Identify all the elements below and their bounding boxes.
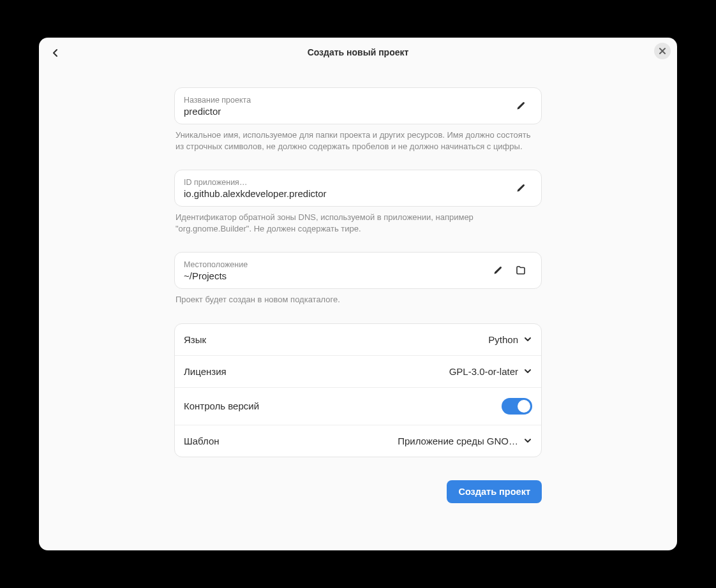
vcs-label: Контроль версий bbox=[184, 401, 502, 411]
close-icon bbox=[659, 47, 666, 55]
location-row[interactable]: Местоположение ~/Projects bbox=[175, 253, 541, 288]
language-label: Язык bbox=[184, 334, 488, 345]
edit-location-button[interactable] bbox=[486, 259, 509, 282]
template-label: Шаблон bbox=[184, 436, 398, 446]
browse-folder-button[interactable] bbox=[509, 259, 532, 282]
template-row[interactable]: Шаблон Приложение среды GNO… bbox=[175, 425, 541, 457]
app-id-row[interactable]: ID приложения… io.github.alexkdeveloper.… bbox=[175, 170, 541, 206]
chevron-down-icon bbox=[523, 335, 532, 344]
footer-actions: Создать проект bbox=[174, 480, 542, 503]
app-id-card: ID приложения… io.github.alexkdeveloper.… bbox=[174, 170, 542, 207]
project-name-help: Уникальное имя, используемое для папки п… bbox=[175, 129, 541, 152]
edit-app-id-button[interactable] bbox=[509, 177, 532, 200]
switch-knob bbox=[518, 400, 530, 413]
header-bar: Создать новый проект bbox=[39, 38, 677, 67]
app-id-label: ID приложения… bbox=[184, 178, 509, 187]
location-card: Местоположение ~/Projects bbox=[174, 252, 542, 289]
chevron-down-icon bbox=[523, 367, 532, 376]
dialog-title: Создать новый проект bbox=[308, 47, 409, 57]
pencil-icon bbox=[493, 265, 503, 276]
language-value: Python bbox=[488, 334, 518, 345]
project-name-row[interactable]: Название проекта predictor bbox=[175, 88, 541, 124]
location-help: Проект будет создан в новом подкаталоге. bbox=[175, 294, 541, 305]
dialog-window: Создать новый проект Название проекта pr… bbox=[39, 38, 677, 550]
vcs-row: Контроль версий bbox=[175, 388, 541, 425]
chevron-down-icon bbox=[523, 436, 532, 445]
app-id-value: io.github.alexkdeveloper.predictor bbox=[184, 188, 509, 199]
folder-icon bbox=[516, 265, 526, 276]
language-row[interactable]: Язык Python bbox=[175, 324, 541, 356]
license-value: GPL-3.0-or-later bbox=[449, 366, 518, 377]
back-button[interactable] bbox=[45, 43, 66, 63]
edit-project-name-button[interactable] bbox=[509, 94, 532, 117]
location-label: Местоположение bbox=[184, 260, 486, 269]
project-name-label: Название проекта bbox=[184, 96, 509, 105]
options-card: Язык Python Лицензия GPL-3.0-or-later Ко… bbox=[174, 323, 542, 457]
pencil-icon bbox=[516, 101, 526, 111]
template-value: Приложение среды GNO… bbox=[398, 436, 518, 446]
license-row[interactable]: Лицензия GPL-3.0-or-later bbox=[175, 356, 541, 388]
vcs-toggle[interactable] bbox=[502, 398, 532, 415]
chevron-left-icon bbox=[50, 48, 61, 58]
pencil-icon bbox=[516, 183, 526, 193]
create-project-button[interactable]: Создать проект bbox=[447, 480, 542, 503]
close-button[interactable] bbox=[654, 43, 671, 59]
form-content: Название проекта predictor Уникальное им… bbox=[174, 87, 542, 503]
location-value: ~/Projects bbox=[184, 270, 486, 281]
license-label: Лицензия bbox=[184, 366, 449, 377]
project-name-value: predictor bbox=[184, 106, 509, 117]
project-name-card: Название проекта predictor bbox=[174, 87, 542, 124]
app-id-help: Идентификатор обратной зоны DNS, использ… bbox=[175, 212, 541, 234]
